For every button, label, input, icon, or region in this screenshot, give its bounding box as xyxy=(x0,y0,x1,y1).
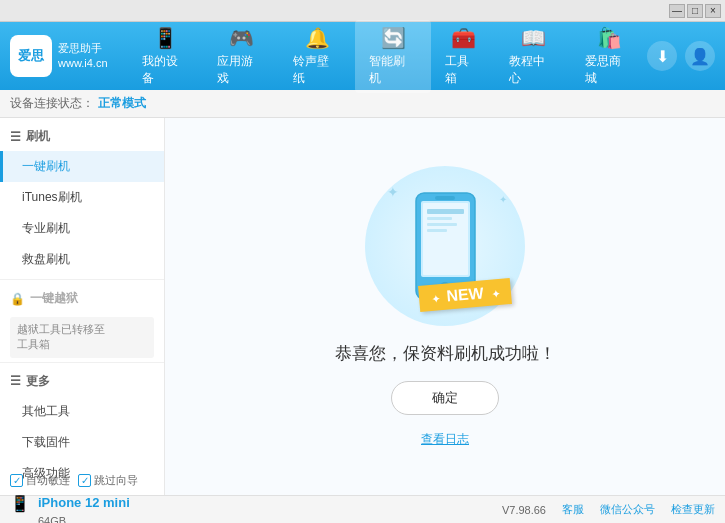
bottom-right: V7.98.66 客服 微信公众号 检查更新 xyxy=(502,502,715,517)
flash-icon: 🔄 xyxy=(381,26,406,50)
tutorials-icon: 📖 xyxy=(521,26,546,50)
apps-icon: 🎮 xyxy=(229,26,254,50)
flash-section-icon: ☰ xyxy=(10,130,21,144)
confirm-button[interactable]: 确定 xyxy=(391,381,499,415)
sidebar-section-flash: ☰ 刷机 一键刷机 iTunes刷机 专业刷机 救盘刷机 🔒 一键越狱 越狱工具… xyxy=(0,122,164,489)
close-button[interactable]: × xyxy=(705,4,721,18)
lock-icon: 🔒 xyxy=(10,292,25,306)
sparkle-2: ✦ xyxy=(499,194,507,205)
maximize-button[interactable]: □ xyxy=(687,4,703,18)
view-log-link[interactable]: 查看日志 xyxy=(421,431,469,448)
nav-right: ⬇ 👤 xyxy=(647,41,715,71)
status-bar: 设备连接状态： 正常模式 xyxy=(0,90,725,118)
sidebar-divider-2 xyxy=(0,362,164,363)
main-area: ☰ 刷机 一键刷机 iTunes刷机 专业刷机 救盘刷机 🔒 一键越狱 越狱工具… xyxy=(0,118,725,495)
sidebar-header-flash: ☰ 刷机 xyxy=(0,122,164,151)
sidebar-item-other-tools[interactable]: 其他工具 xyxy=(0,396,164,427)
device-phone-icon: 📱 xyxy=(10,494,30,513)
sidebar-divider-1 xyxy=(0,279,164,280)
bottom-bar: ✓ 自动敏连 ✓ 跳过向导 📱 iPhone 12 mini 64GB Down… xyxy=(0,495,725,523)
success-message: 恭喜您，保资料刷机成功啦！ xyxy=(335,342,556,365)
device-icon: 📱 xyxy=(153,26,178,50)
ringtone-icon: 🔔 xyxy=(305,26,330,50)
logo-icon: 爱思 xyxy=(10,35,52,77)
svg-rect-7 xyxy=(427,223,457,226)
checkbox-row: ✓ 自动敏连 ✓ 跳过向导 xyxy=(10,473,138,488)
sidebar-header-more: ☰ 更多 xyxy=(0,367,164,396)
logo: 爱思 爱思助手 www.i4.cn xyxy=(10,35,108,77)
sidebar: ☰ 刷机 一键刷机 iTunes刷机 专业刷机 救盘刷机 🔒 一键越狱 越狱工具… xyxy=(0,118,165,495)
hero-section: ✦ ✦ ✦ xyxy=(335,166,556,448)
user-button[interactable]: 👤 xyxy=(685,41,715,71)
device-name: iPhone 12 mini xyxy=(38,493,130,513)
nav-item-apps[interactable]: 🎮 应用游戏 xyxy=(203,20,279,93)
sidebar-note-jailbreak: 越狱工具已转移至工具箱 xyxy=(10,317,154,358)
auto-connect-checkbox[interactable]: ✓ 自动敏连 xyxy=(10,473,70,488)
nav-item-shop[interactable]: 🛍️ 爱思商城 xyxy=(571,20,647,93)
sidebar-item-rescue-flash[interactable]: 救盘刷机 xyxy=(0,244,164,275)
status-label: 设备连接状态： xyxy=(10,95,94,112)
sidebar-item-pro-flash[interactable]: 专业刷机 xyxy=(0,213,164,244)
sidebar-item-download-firmware[interactable]: 下载固件 xyxy=(0,427,164,458)
new-badge: NEW xyxy=(419,282,511,308)
svg-rect-6 xyxy=(427,217,452,220)
shop-icon: 🛍️ xyxy=(597,26,622,50)
download-button[interactable]: ⬇ xyxy=(647,41,677,71)
customer-service-link[interactable]: 客服 xyxy=(562,502,584,517)
sidebar-item-onekey-flash[interactable]: 一键刷机 xyxy=(0,151,164,182)
nav-item-tutorials[interactable]: 📖 教程中心 xyxy=(495,20,571,93)
skip-guide-check-icon: ✓ xyxy=(78,474,91,487)
status-value: 正常模式 xyxy=(98,95,146,112)
version-label: V7.98.66 xyxy=(502,504,546,516)
auto-connect-check-icon: ✓ xyxy=(10,474,23,487)
logo-text: 爱思助手 www.i4.cn xyxy=(58,41,108,72)
skip-guide-checkbox[interactable]: ✓ 跳过向导 xyxy=(78,473,138,488)
bottom-left: ✓ 自动敏连 ✓ 跳过向导 📱 iPhone 12 mini 64GB Down… xyxy=(10,473,138,523)
sidebar-item-itunes-flash[interactable]: iTunes刷机 xyxy=(0,182,164,213)
minimize-button[interactable]: — xyxy=(669,4,685,18)
nav-items: 📱 我的设备 🎮 应用游戏 🔔 铃声壁纸 🔄 智能刷机 🧰 工具箱 📖 教程中心… xyxy=(128,20,647,93)
more-section-icon: ☰ xyxy=(10,374,21,388)
svg-rect-2 xyxy=(435,196,455,200)
sparkle-1: ✦ xyxy=(387,184,399,200)
nav-item-ringtone[interactable]: 🔔 铃声壁纸 xyxy=(279,20,355,93)
nav-bar: 爱思 爱思助手 www.i4.cn 📱 我的设备 🎮 应用游戏 🔔 铃声壁纸 🔄… xyxy=(0,22,725,90)
svg-rect-5 xyxy=(427,209,464,214)
content-area: ✦ ✦ ✦ xyxy=(165,118,725,495)
sidebar-header-jailbreak: 🔒 一键越狱 xyxy=(0,284,164,313)
check-update-link[interactable]: 检查更新 xyxy=(671,502,715,517)
device-info: 📱 iPhone 12 mini 64GB Down-12mini-13,1 xyxy=(10,493,138,523)
device-details: iPhone 12 mini 64GB Down-12mini-13,1 xyxy=(38,493,130,523)
nav-item-flash[interactable]: 🔄 智能刷机 xyxy=(355,20,431,93)
device-storage: 64GB xyxy=(38,513,130,523)
tools-icon: 🧰 xyxy=(451,26,476,50)
new-ribbon-text: NEW xyxy=(418,278,512,312)
nav-item-my-device[interactable]: 📱 我的设备 xyxy=(128,20,204,93)
nav-item-tools[interactable]: 🧰 工具箱 xyxy=(431,20,495,93)
wechat-link[interactable]: 微信公众号 xyxy=(600,502,655,517)
svg-rect-8 xyxy=(427,229,447,232)
phone-illustration: ✦ ✦ ✦ xyxy=(365,166,525,326)
